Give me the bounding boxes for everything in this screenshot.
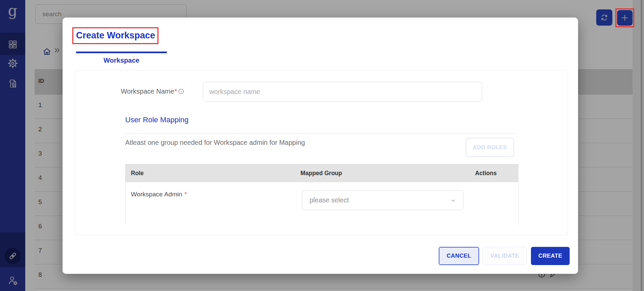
workspace-name-input[interactable] (203, 82, 482, 102)
validate-button[interactable]: VALIDATE (482, 247, 527, 265)
create-workspace-modal: Create Workspace Workspace Workspace Nam… (63, 18, 578, 274)
select-placeholder: please select (310, 196, 450, 204)
role-table-header: Role Mapped Group Actions (126, 164, 518, 182)
required-asterisk: * (175, 88, 177, 95)
create-button[interactable]: CREATE (531, 247, 570, 265)
add-roles-button[interactable]: ADD ROLES (466, 138, 514, 157)
mapping-helper-text: Atleast one group needed for Workspace a… (125, 139, 305, 147)
info-icon[interactable] (178, 88, 184, 95)
role-table-row: Workspace Admin * please select (126, 182, 518, 225)
role-name: Workspace Admin * (131, 191, 187, 198)
chevron-down-icon (450, 197, 457, 204)
modal-title: Create Workspace (76, 30, 155, 41)
role-column-header: Role (131, 170, 144, 177)
required-asterisk: * (184, 191, 187, 198)
cancel-button[interactable]: CANCEL (439, 247, 479, 265)
role-name-text: Workspace Admin (131, 191, 182, 198)
actions-column-header: Actions (475, 170, 497, 177)
screen: » ID 1 2 3 4 (0, 0, 644, 291)
workspace-name-label: Workspace Name* (121, 88, 184, 95)
tab-active-indicator (76, 52, 167, 53)
tab-workspace[interactable]: Workspace (76, 57, 167, 64)
user-role-mapping-title: User Role Mapping (125, 116, 188, 124)
role-mapping-table: Role Mapped Group Actions Workspace Admi… (125, 164, 518, 225)
workspace-name-label-text: Workspace Name (121, 88, 174, 95)
mapped-group-select[interactable]: please select (302, 190, 463, 210)
section-divider (125, 133, 518, 134)
mapped-group-column-header: Mapped Group (300, 170, 342, 177)
